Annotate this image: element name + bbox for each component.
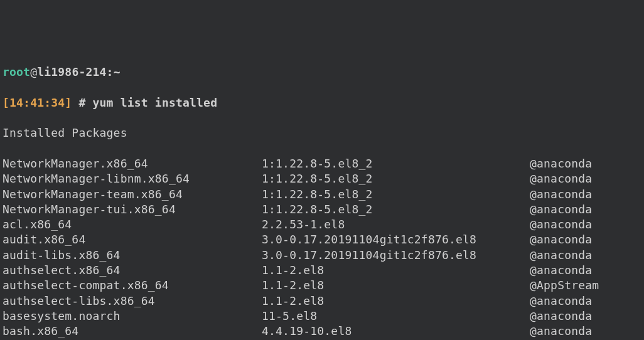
prompt-user: root xyxy=(3,65,30,78)
package-version: 4.4.19-10.el8 xyxy=(262,324,530,339)
prompt-timestamp: 14:41:34 xyxy=(9,96,65,109)
package-repo: @anaconda xyxy=(530,202,592,217)
package-row: acl.x86_642.2.53-1.el8@anaconda xyxy=(3,217,641,232)
package-version: 1.1-2.el8 xyxy=(262,294,530,309)
package-repo: @anaconda xyxy=(530,294,592,309)
package-repo: @anaconda xyxy=(530,324,592,339)
package-version: 1.1-2.el8 xyxy=(262,278,530,293)
package-version: 1.1-2.el8 xyxy=(262,263,530,278)
package-name: basesystem.noarch xyxy=(3,309,262,324)
package-name: acl.x86_64 xyxy=(3,217,262,232)
package-row: NetworkManager-libnm.x86_641:1.22.8-5.el… xyxy=(3,171,641,186)
package-repo: @anaconda xyxy=(530,263,592,278)
package-row: basesystem.noarch11-5.el8@anaconda xyxy=(3,309,641,324)
package-name: authselect-libs.x86_64 xyxy=(3,294,262,309)
timestamp-open: [ xyxy=(3,96,9,109)
package-version: 1:1.22.8-5.el8_2 xyxy=(262,187,530,202)
package-version: 2.2.53-1.el8 xyxy=(262,217,530,232)
package-row: authselect-compat.x86_641.1-2.el8@AppStr… xyxy=(3,278,641,293)
package-repo: @anaconda xyxy=(530,171,592,186)
command-text: yum list installed xyxy=(93,96,218,109)
package-repo: @AppStream xyxy=(530,278,599,293)
package-list: NetworkManager.x86_641:1.22.8-5.el8_2@an… xyxy=(3,156,641,340)
timestamp-close: ] xyxy=(65,96,72,109)
package-name: audit.x86_64 xyxy=(3,232,262,247)
prompt-path: ~ xyxy=(114,65,121,78)
prompt-host: li1986-214 xyxy=(37,65,106,78)
output-header: Installed Packages xyxy=(3,125,641,141)
package-row: NetworkManager-tui.x86_641:1.22.8-5.el8_… xyxy=(3,202,641,217)
package-name: authselect.x86_64 xyxy=(3,263,262,278)
package-version: 1:1.22.8-5.el8_2 xyxy=(262,171,530,186)
package-row: NetworkManager-team.x86_641:1.22.8-5.el8… xyxy=(3,187,641,202)
prompt-line-1: root@li1986-214:~ xyxy=(3,65,641,80)
package-repo: @anaconda xyxy=(530,309,592,324)
package-name: NetworkManager-team.x86_64 xyxy=(3,187,262,202)
prompt-colon: : xyxy=(107,65,114,78)
prompt-line-2[interactable]: [14:41:34] # yum list installed xyxy=(3,95,641,110)
package-name: bash.x86_64 xyxy=(3,324,262,339)
package-version: 3.0-0.17.20191104git1c2f876.el8 xyxy=(262,232,530,247)
package-version: 1:1.22.8-5.el8_2 xyxy=(262,156,530,171)
package-row: audit.x86_643.0-0.17.20191104git1c2f876.… xyxy=(3,232,641,247)
package-name: authselect-compat.x86_64 xyxy=(3,278,262,293)
package-version: 1:1.22.8-5.el8_2 xyxy=(262,202,530,217)
package-repo: @anaconda xyxy=(530,187,592,202)
package-repo: @anaconda xyxy=(530,248,592,263)
package-row: audit-libs.x86_643.0-0.17.20191104git1c2… xyxy=(3,248,641,263)
package-name: NetworkManager.x86_64 xyxy=(3,156,262,171)
package-repo: @anaconda xyxy=(530,156,592,171)
package-name: audit-libs.x86_64 xyxy=(3,248,262,263)
prompt-hash: # xyxy=(72,96,92,109)
package-row: bash.x86_644.4.19-10.el8@anaconda xyxy=(3,324,641,339)
package-row: authselect-libs.x86_641.1-2.el8@anaconda xyxy=(3,294,641,309)
package-row: authselect.x86_641.1-2.el8@anaconda xyxy=(3,263,641,278)
package-version: 11-5.el8 xyxy=(262,309,530,324)
package-repo: @anaconda xyxy=(530,217,592,232)
package-repo: @anaconda xyxy=(530,232,592,247)
prompt-at: @ xyxy=(30,65,37,78)
package-row: NetworkManager.x86_641:1.22.8-5.el8_2@an… xyxy=(3,156,641,171)
package-name: NetworkManager-libnm.x86_64 xyxy=(3,171,262,186)
package-version: 3.0-0.17.20191104git1c2f876.el8 xyxy=(262,248,530,263)
package-name: NetworkManager-tui.x86_64 xyxy=(3,202,262,217)
